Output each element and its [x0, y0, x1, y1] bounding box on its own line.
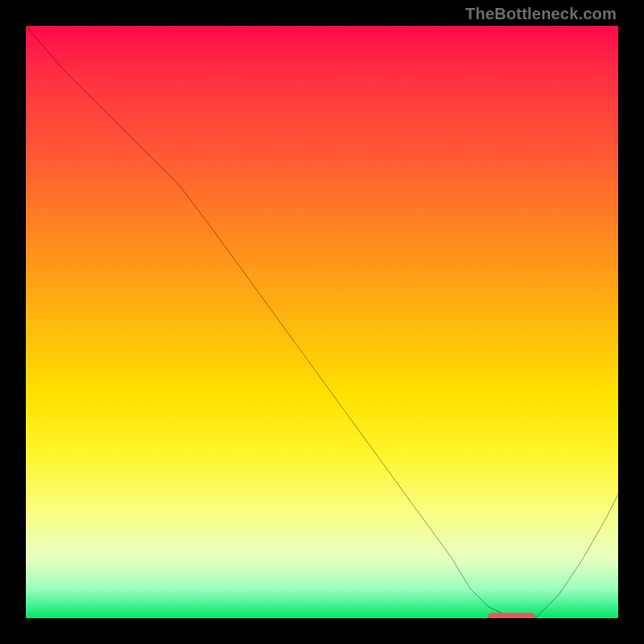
- minimum-marker: [488, 613, 535, 618]
- watermark-label: TheBottleneck.com: [465, 5, 617, 23]
- chart-frame: TheBottleneck.com: [0, 0, 644, 644]
- plot-area: [26, 26, 618, 618]
- bottleneck-curve-path: [26, 26, 618, 618]
- curve-svg: [26, 26, 618, 618]
